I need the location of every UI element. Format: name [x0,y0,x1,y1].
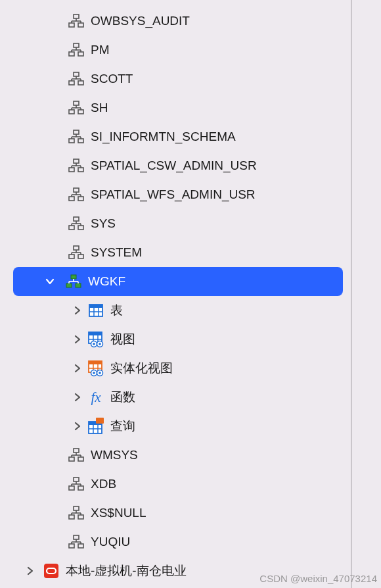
schema-item[interactable]: SCOTT [0,64,347,93]
schema-label: SCOTT [91,72,133,86]
svg-rect-100 [69,457,74,461]
svg-rect-30 [78,139,83,143]
schema-item-selected[interactable]: WGKF [13,267,343,296]
schema-icon-active [64,274,83,289]
schema-item[interactable]: PM [0,36,347,64]
schema-label: SH [91,101,108,115]
chevron-down-icon[interactable] [41,277,59,286]
svg-rect-51 [78,226,83,230]
tree-child-functions[interactable]: fx 函数 [0,383,347,412]
oracle-icon [42,563,60,579]
svg-rect-1 [69,23,74,27]
schema-icon [67,477,85,491]
materialized-view-icon [87,360,105,377]
schema-icon [67,535,85,549]
svg-rect-108 [78,486,83,490]
schema-icon [67,101,85,115]
schema-item[interactable]: SH [0,93,347,122]
svg-rect-58 [78,255,83,258]
schema-label: SPATIAL_WFS_ADMIN_USR [91,187,256,202]
svg-rect-121 [69,544,74,548]
schema-label: SPATIAL_CSW_ADMIN_USR [91,159,257,173]
svg-rect-64 [66,283,72,287]
schema-item[interactable]: XDB [0,470,347,499]
tree-child-queries[interactable]: 查询 [0,412,347,441]
svg-rect-36 [69,168,74,172]
schema-icon [67,506,85,520]
svg-rect-49 [74,217,79,221]
schema-label: XDB [91,477,116,491]
schema-label: PM [91,43,110,57]
schema-item[interactable]: SYS [0,209,347,238]
schema-item[interactable]: SPATIAL_CSW_ADMIN_USR [0,151,347,180]
chevron-right-icon[interactable] [21,566,39,576]
svg-rect-2 [78,23,83,27]
schema-item[interactable]: YUQIU [0,527,347,556]
schema-icon [67,14,85,28]
schema-item[interactable]: SYSTEM [0,238,347,267]
query-icon [87,418,105,435]
schema-item[interactable]: XS$NULL [0,499,347,527]
child-label: 实体化视图 [110,360,173,377]
watermark-text: CSDN @weixin_47073214 [259,573,377,584]
schema-label: XS$NULL [91,506,146,520]
schema-item[interactable]: OWBSYS_AUDIT [0,7,347,36]
child-label: 查询 [110,418,135,435]
svg-rect-16 [78,81,83,85]
schema-item[interactable]: WMSYS [0,441,347,470]
svg-rect-120 [74,535,79,539]
schema-icon [67,448,85,462]
svg-rect-101 [78,457,83,461]
schema-item[interactable]: SI_INFORMTN_SCHEMA [0,122,347,151]
schema-label: SYSTEM [91,245,142,260]
svg-rect-65 [76,283,81,287]
panel-divider[interactable] [351,0,352,588]
chevron-right-icon[interactable] [68,422,87,431]
schema-label: YUQIU [91,535,130,549]
svg-rect-29 [69,139,74,143]
svg-rect-21 [74,101,79,105]
svg-rect-106 [74,478,79,481]
svg-rect-42 [74,188,79,192]
svg-rect-37 [78,168,83,172]
svg-point-83 [99,343,101,345]
svg-rect-9 [78,52,83,56]
child-label: 视图 [110,331,135,348]
svg-rect-50 [69,226,74,230]
tree-child-views[interactable]: 视图 [0,325,347,354]
svg-point-92 [99,372,101,374]
function-icon: fx [87,389,105,406]
svg-rect-76 [89,332,102,335]
svg-rect-22 [69,110,74,114]
connection-label: 本地-虚拟机-南仓电业 [66,562,187,579]
child-label: 表 [110,302,123,319]
svg-rect-23 [78,110,83,114]
table-icon [87,303,105,318]
svg-rect-28 [74,130,79,134]
svg-rect-35 [74,159,79,163]
chevron-right-icon[interactable] [68,335,87,344]
chevron-right-icon[interactable] [68,393,87,402]
schema-item[interactable]: SPATIAL_WFS_ADMIN_USR [0,180,347,209]
tree-child-tables[interactable]: 表 [0,296,347,325]
svg-rect-8 [69,52,74,56]
chevron-right-icon[interactable] [68,364,87,373]
svg-rect-7 [74,43,79,47]
child-label: 函数 [110,389,135,406]
svg-rect-71 [89,305,102,308]
schema-label: WGKF [88,274,125,289]
svg-rect-44 [78,197,83,201]
view-icon [87,331,105,348]
svg-rect-63 [71,275,76,279]
svg-rect-122 [78,544,83,548]
svg-point-82 [93,343,95,345]
schema-label: WMSYS [91,448,138,462]
schema-icon [67,216,85,231]
svg-rect-99 [74,449,79,453]
tree-child-materialized-views[interactable]: 实体化视图 [0,354,347,383]
tree-panel: OWBSYS_AUDIT PM SCOTT SH SI_INFORMTN_SCH… [0,0,347,585]
svg-rect-15 [69,81,74,85]
svg-rect-0 [74,14,79,18]
chevron-right-icon[interactable] [68,306,87,315]
svg-rect-107 [69,486,74,490]
